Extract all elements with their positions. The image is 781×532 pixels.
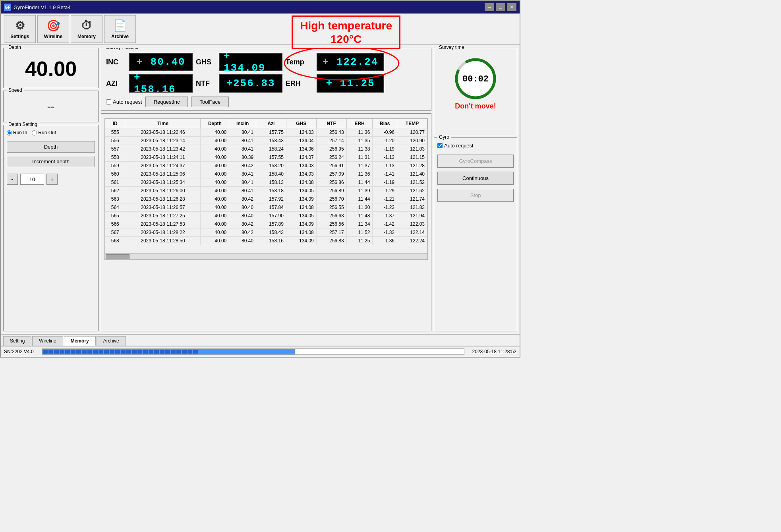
tab-wireline[interactable]: Wireline [32, 336, 63, 346]
maximize-button[interactable]: □ [496, 3, 505, 11]
run-out-radio[interactable] [32, 130, 37, 135]
run-in-radio[interactable] [7, 130, 12, 135]
app-title: GyroFinder V1.1.9 Beta4 [14, 4, 71, 10]
depth-group-title: Depth [7, 45, 23, 50]
table-cell: 2023-05-18 11:27:53 [125, 220, 201, 228]
table-row: 5632023-05-18 11:26:2840.0080.42157.9213… [105, 195, 427, 203]
request-inc-button[interactable]: RequestInc [145, 97, 188, 107]
table-row: 5622023-05-18 11:26:0040.0080.41158.1813… [105, 187, 427, 195]
depth-button[interactable]: Depth [7, 141, 95, 153]
table-cell: 561 [105, 178, 125, 187]
table-cell: 11.52 [346, 228, 373, 237]
table-cell: 40.00 [201, 228, 229, 237]
memory-button[interactable]: ⏱ Memory [71, 15, 102, 43]
run-in-label[interactable]: Run In [7, 130, 27, 135]
table-cell: 80.41 [229, 187, 256, 195]
increment-input[interactable] [20, 174, 44, 185]
table-cell: 157.92 [256, 195, 286, 203]
run-out-label[interactable]: Run Out [32, 130, 56, 135]
progress-segment [121, 350, 126, 354]
table-cell: 121.15 [397, 153, 427, 162]
timer-container: 00:02 [437, 57, 514, 101]
table-cell: 40.00 [201, 153, 229, 162]
decrement-button[interactable]: - [7, 174, 18, 185]
table-cell: 256.86 [316, 178, 346, 187]
tab-memory[interactable]: Memory [64, 336, 96, 346]
temp-label: Temp [286, 58, 313, 66]
table-cell: -1.19 [373, 145, 397, 153]
table-cell: 40.00 [201, 203, 229, 212]
archive-button[interactable]: 📄 Archive [104, 15, 136, 43]
table-cell: 158.24 [256, 145, 286, 153]
table-cell: 134.06 [286, 145, 316, 153]
table-cell: 256.43 [316, 128, 346, 137]
table-cell: 2023-05-18 11:28:22 [125, 228, 201, 237]
table-cell: 134.08 [286, 178, 316, 187]
table-cell: 157.84 [256, 203, 286, 212]
increment-depth-button[interactable]: Increment depth [7, 156, 95, 167]
continuous-button[interactable]: Continuous [437, 172, 514, 185]
progress-segment [143, 350, 148, 354]
table-scroll-area[interactable]: ID Time Depth Inclin Azi GHS NTF ERH Bia… [104, 118, 428, 253]
table-cell: 121.83 [397, 203, 427, 212]
stop-button[interactable]: Stop [437, 189, 514, 202]
table-cell: 157.89 [256, 220, 286, 228]
wireline-icon: 🎯 [46, 19, 60, 32]
scroll-thumb[interactable] [106, 254, 130, 259]
col-temp: TEMP [397, 119, 427, 128]
auto-request-row[interactable]: Auto request [106, 99, 142, 105]
gyro-auto-request-row[interactable]: Auto request [437, 143, 514, 149]
table-cell: 80.42 [229, 228, 256, 237]
gyro-auto-request-label: Auto request [444, 143, 474, 149]
table-cell: 157.90 [256, 212, 286, 220]
gyrocompass-button[interactable]: GyroCompass [437, 155, 514, 168]
wireline-label: Wireline [44, 34, 63, 39]
table-cell: 122.14 [397, 228, 427, 237]
table-cell: 80.42 [229, 195, 256, 203]
progress-segment [43, 350, 48, 354]
tab-archive[interactable]: Archive [97, 336, 126, 346]
table-cell: 80.41 [229, 128, 256, 137]
minimize-button[interactable]: ─ [485, 3, 494, 11]
gyro-auto-request-checkbox[interactable] [437, 143, 443, 148]
settings-button[interactable]: ⚙ Settings [4, 15, 36, 43]
table-cell: 80.42 [229, 162, 256, 170]
auto-request-checkbox[interactable] [106, 99, 111, 104]
table-cell: 566 [105, 220, 125, 228]
tab-setting[interactable]: Setting [3, 336, 31, 346]
inc-display: + 80.40 [129, 53, 193, 71]
col-bias: Bias [373, 119, 397, 128]
table-cell: 134.05 [286, 212, 316, 220]
col-ntf: NTF [316, 119, 346, 128]
progress-segment [110, 350, 114, 354]
col-id: ID [105, 119, 125, 128]
memory-icon: ⏱ [81, 19, 92, 32]
timer-text-svg: 00:02 [462, 74, 489, 84]
table-cell: 2023-05-18 11:22:46 [125, 128, 201, 137]
increment-button[interactable]: + [46, 174, 58, 185]
settings-label: Settings [10, 34, 29, 39]
table-cell: 80.41 [229, 137, 256, 145]
table-cell: 11.36 [346, 128, 373, 137]
horizontal-scrollbar[interactable] [104, 253, 428, 260]
azi-display: + 158.16 [129, 74, 193, 93]
dont-move-text: Don't move! [437, 102, 514, 110]
table-cell: 80.41 [229, 178, 256, 187]
table-cell: 256.55 [316, 203, 346, 212]
table-cell: 134.08 [286, 228, 316, 237]
depth-group: Depth 40.00 [3, 48, 99, 88]
table-cell: 40.00 [201, 195, 229, 203]
table-cell: 2023-05-18 11:24:11 [125, 153, 201, 162]
wireline-button[interactable]: 🎯 Wireline [37, 15, 69, 43]
status-bar: SN:2202 V4.0 2023-05-18 11:28:52 [1, 346, 520, 357]
col-erh: ERH [346, 119, 373, 128]
toolface-button[interactable]: ToolFace [191, 97, 229, 107]
close-button[interactable]: ✕ [507, 3, 516, 11]
progress-segment [71, 350, 75, 354]
table-cell: 40.00 [201, 187, 229, 195]
col-depth: Depth [201, 119, 229, 128]
table-cell: 565 [105, 212, 125, 220]
table-cell: 158.20 [256, 162, 286, 170]
table-cell: 2023-05-18 11:28:50 [125, 237, 201, 245]
progress-segment [93, 350, 98, 354]
